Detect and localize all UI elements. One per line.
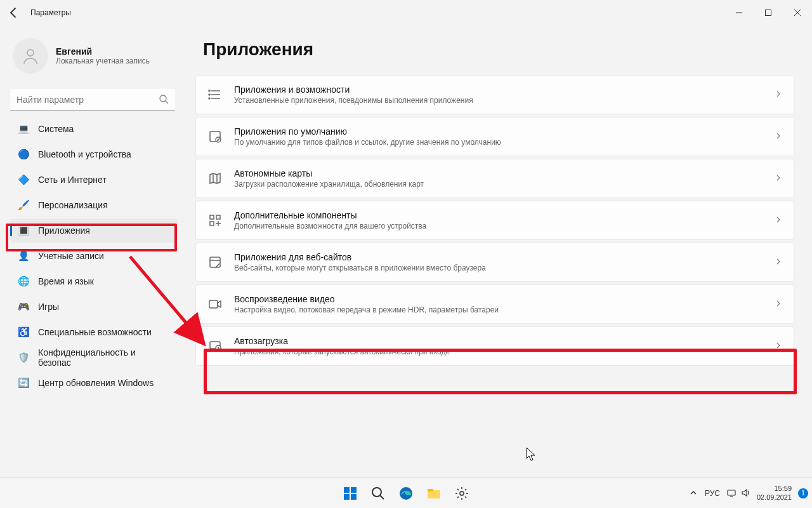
svg-rect-21 — [209, 300, 218, 308]
row-title: Воспроизведение видео — [234, 294, 775, 304]
plus-grid-icon — [207, 213, 223, 228]
chevron-right-icon — [775, 298, 782, 310]
row-offline-maps[interactable]: Автономные карты Загрузки расположение х… — [195, 159, 794, 198]
row-title: Приложения и возможности — [234, 84, 775, 95]
sidebar-item-label: Конфиденциальность и безопас — [38, 347, 170, 368]
sidebar-item-label: Центр обновления Windows — [38, 378, 154, 388]
tray-chevron-icon[interactable] — [688, 488, 698, 499]
svg-rect-27 — [344, 487, 350, 493]
svg-rect-16 — [216, 215, 220, 219]
sidebar-item-accounts[interactable]: 👤Учетные записи — [10, 244, 178, 268]
row-desc: Загрузки расположение хранилища, обновле… — [234, 180, 775, 189]
row-title: Приложения для веб-сайтов — [234, 252, 775, 262]
close-button[interactable] — [783, 0, 812, 25]
profile-block[interactable]: Евгений Локальная учетная запись — [10, 38, 188, 74]
row-title: Приложения по умолчанию — [234, 126, 775, 137]
sidebar-item-personalization[interactable]: 🖌️Персонализация — [10, 193, 178, 217]
list-icon — [207, 87, 223, 102]
svg-rect-1 — [766, 10, 771, 16]
svg-line-4 — [166, 101, 168, 104]
sidebar-item-network[interactable]: 🔷Сеть и Интернет — [10, 168, 178, 192]
page-title: Приложения — [203, 39, 794, 60]
row-text: Приложения для веб-сайтов Веб-сайты, кот… — [234, 252, 775, 272]
video-icon — [207, 297, 223, 312]
chevron-right-icon — [775, 131, 782, 142]
sidebar-item-label: Персонализация — [38, 200, 108, 210]
system-tray[interactable] — [726, 488, 750, 499]
start-button[interactable] — [337, 481, 363, 506]
row-text: Воспроизведение видео Настройка видео, п… — [234, 294, 775, 314]
sidebar-item-label: Специальные возможности — [38, 327, 152, 337]
language-indicator[interactable]: РУС — [705, 489, 720, 498]
row-text: Автозагрузка Приложения, которые запуска… — [234, 336, 775, 356]
gaming-icon: 🎮 — [18, 301, 29, 312]
sidebar-item-bluetooth[interactable]: 🔵Bluetooth и устройства — [10, 142, 178, 166]
row-title: Автозагрузка — [234, 336, 775, 346]
svg-rect-35 — [428, 489, 433, 491]
sidebar-item-accessibility[interactable]: ♿Специальные возможности — [10, 320, 178, 344]
explorer-button[interactable] — [421, 481, 447, 506]
sidebar-item-time-lang[interactable]: 🌐Время и язык — [10, 269, 178, 293]
row-desc: Дополнительные возможности для вашего ус… — [234, 222, 775, 231]
search-icon — [159, 94, 169, 104]
chevron-right-icon — [775, 89, 782, 100]
row-apps-features[interactable]: Приложения и возможности Установленные п… — [195, 75, 794, 114]
map-icon — [207, 171, 223, 186]
maximize-button[interactable] — [754, 0, 783, 25]
window-title: Параметры — [30, 8, 71, 17]
update-icon: 🔄 — [18, 377, 29, 389]
chevron-right-icon — [775, 173, 782, 184]
settings-button[interactable] — [449, 481, 475, 506]
row-default-apps[interactable]: Приложения по умолчанию По умолчанию для… — [195, 117, 794, 156]
network-tray-icon[interactable] — [726, 488, 737, 499]
sidebar-item-label: Сеть и Интернет — [38, 175, 107, 185]
row-text: Приложения по умолчанию По умолчанию для… — [234, 126, 775, 147]
avatar — [13, 38, 48, 74]
web-icon — [207, 255, 223, 270]
sidebar: Евгений Локальная учетная запись 💻Систем… — [0, 25, 188, 478]
personalization-icon: 🖌️ — [18, 199, 29, 211]
startup-icon — [207, 338, 223, 354]
sidebar-item-gaming[interactable]: 🎮Игры — [10, 295, 178, 319]
sidebar-item-system[interactable]: 💻Система — [10, 117, 178, 141]
edge-button[interactable] — [393, 481, 419, 506]
sidebar-item-update[interactable]: 🔄Центр обновления Windows — [10, 371, 178, 395]
svg-rect-37 — [728, 490, 735, 495]
sidebar-item-privacy[interactable]: 🛡️Конфиденциальность и безопас — [10, 345, 178, 370]
row-title: Дополнительные компоненты — [234, 210, 775, 220]
row-text: Дополнительные компоненты Дополнительные… — [234, 210, 775, 231]
row-apps-websites[interactable]: Приложения для веб-сайтов Веб-сайты, кот… — [195, 243, 794, 282]
search-input[interactable] — [10, 89, 175, 110]
clock[interactable]: 15:59 02.09.2021 — [757, 485, 792, 501]
svg-point-31 — [372, 488, 381, 497]
svg-point-3 — [160, 95, 166, 102]
row-video-playback[interactable]: Воспроизведение видео Настройка видео, п… — [195, 284, 794, 324]
taskbar: РУС 15:59 02.09.2021 1 — [0, 478, 812, 508]
date: 02.09.2021 — [757, 493, 792, 502]
bluetooth-icon: 🔵 — [18, 149, 29, 160]
chevron-right-icon — [775, 215, 782, 226]
system-icon: 💻 — [18, 123, 29, 135]
row-desc: Приложения, которые запускаются автомати… — [234, 347, 775, 356]
default-icon — [207, 129, 223, 144]
volume-tray-icon[interactable] — [740, 488, 750, 499]
sidebar-item-label: Игры — [38, 302, 59, 312]
chevron-right-icon — [775, 257, 782, 268]
row-desc: По умолчанию для типов файлов и ссылок, … — [234, 138, 775, 147]
sidebar-item-label: Приложения — [38, 225, 90, 236]
back-button[interactable] — [8, 6, 20, 19]
row-text: Автономные карты Загрузки расположение х… — [234, 168, 775, 189]
minimize-button[interactable] — [724, 0, 754, 25]
notification-badge[interactable]: 1 — [798, 488, 808, 498]
sidebar-item-apps[interactable]: 🔳Приложения — [10, 218, 178, 243]
main: Приложения Приложения и возможности Уста… — [188, 25, 812, 478]
sidebar-item-label: Bluetooth и устройства — [38, 149, 131, 159]
row-startup[interactable]: Автозагрузка Приложения, которые запуска… — [195, 326, 794, 366]
row-optional-features[interactable]: Дополнительные компоненты Дополнительные… — [195, 201, 794, 240]
svg-point-9 — [209, 94, 210, 95]
svg-point-2 — [27, 50, 34, 56]
svg-rect-30 — [351, 494, 357, 500]
svg-rect-17 — [210, 222, 214, 225]
svg-point-36 — [460, 491, 464, 495]
search-button[interactable] — [365, 481, 391, 506]
